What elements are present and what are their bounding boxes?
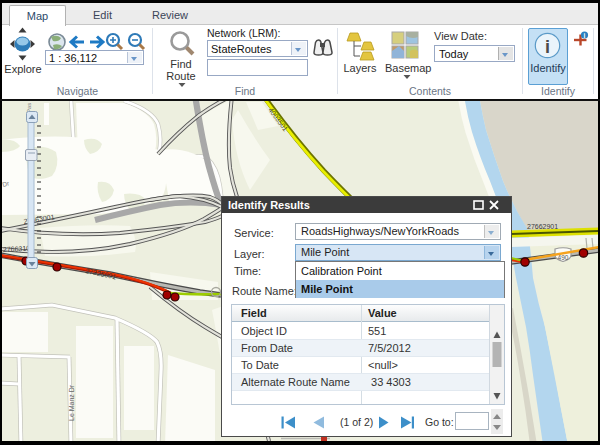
svg-text:i: i <box>545 37 550 57</box>
svg-text:490: 490 <box>558 254 569 261</box>
svg-text:i: i <box>584 32 586 39</box>
svg-text:Le Manz Dr: Le Manz Dr <box>68 384 75 421</box>
svg-text:27662901: 27662901 <box>527 223 558 230</box>
